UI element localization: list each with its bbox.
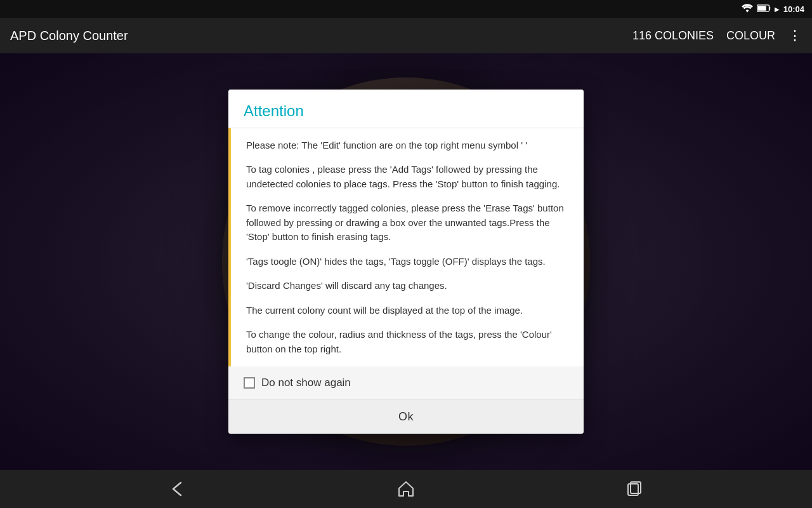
status-icons: ▶ 10:04 — [742, 4, 804, 15]
dialog-paragraph-2: To tag colonies , please press the 'Add … — [246, 163, 568, 191]
do-not-show-label[interactable]: Do not show again — [261, 377, 351, 389]
status-bar: ▶ 10:04 — [0, 0, 812, 18]
do-not-show-checkbox[interactable] — [244, 377, 255, 389]
app-title: APD Colony Counter — [10, 29, 632, 43]
dialog-paragraph-3: To remove incorrectly tagged colonies, p… — [246, 201, 568, 244]
recent-icon — [625, 479, 644, 498]
dialog-paragraph-5: 'Discard Changes' will discard any tag c… — [246, 279, 568, 293]
attention-dialog: Attention Please note: The 'Edit' functi… — [228, 90, 584, 434]
recent-button[interactable] — [612, 474, 657, 504]
dialog-paragraph-6: The current colony count will be display… — [246, 304, 568, 318]
dialog-body: Please note: The 'Edit' function are on … — [231, 128, 584, 367]
dialog-paragraph-4: 'Tags toogle (ON)' hides the tags, 'Tags… — [246, 255, 568, 269]
dialog-title: Attention — [244, 102, 304, 119]
app-bar: APD Colony Counter 116 COLONIES COLOUR ⋮ — [0, 18, 812, 53]
dialog-paragraph-7: To change the colour, radius and thickne… — [246, 328, 568, 356]
svg-rect-1 — [769, 6, 770, 10]
colonies-count: 116 COLONIES — [632, 29, 714, 43]
main-content: Attention Please note: The 'Edit' functi… — [0, 53, 812, 470]
battery-icon — [757, 4, 771, 14]
svg-rect-2 — [757, 6, 766, 11]
do-not-show-row: Do not show again — [228, 366, 584, 399]
ok-button[interactable]: Ok — [228, 400, 584, 434]
home-button[interactable] — [384, 474, 428, 504]
charge-icon: ▶ — [775, 6, 780, 13]
back-icon — [168, 479, 187, 498]
app-bar-actions: 116 COLONIES COLOUR ⋮ — [632, 27, 802, 44]
back-button[interactable] — [155, 474, 200, 504]
dialog-paragraph-1: Please note: The 'Edit' function are on … — [246, 138, 568, 153]
status-time: 10:04 — [783, 4, 804, 14]
dialog-header: Attention — [228, 90, 584, 128]
dialog-footer: Ok — [228, 399, 584, 434]
home-icon — [396, 479, 416, 498]
dialog-body-wrapper: Please note: The 'Edit' function are on … — [228, 128, 584, 367]
colour-button[interactable]: COLOUR — [726, 29, 775, 43]
nav-bar — [0, 470, 812, 508]
more-options-icon[interactable]: ⋮ — [788, 27, 802, 44]
dialog-overlay: Attention Please note: The 'Edit' functi… — [0, 53, 812, 470]
wifi-icon — [742, 4, 753, 15]
